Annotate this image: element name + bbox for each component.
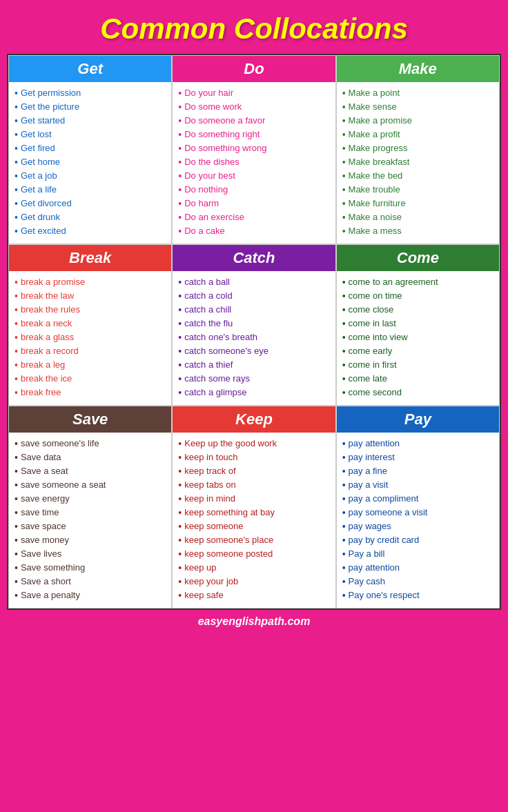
item-text: Get a job xyxy=(21,170,57,181)
section-body-pay: •pay attention•pay interest•pay a fine•p… xyxy=(337,433,499,608)
item-text: Do an exercise xyxy=(184,212,244,222)
item-text: pay attention xyxy=(349,438,400,448)
list-item: •Do a cake xyxy=(178,224,332,238)
section-save: Save•save someone's life•Save data•Save … xyxy=(8,406,172,608)
bullet-icon: • xyxy=(14,277,18,288)
item-text: Get excited xyxy=(21,226,66,236)
list-item: •Save something xyxy=(14,561,168,575)
list-item: •Save a seat xyxy=(14,464,168,478)
item-text: Make progress xyxy=(349,143,408,153)
bullet-icon: • xyxy=(14,290,18,301)
item-text: Do someone a favor xyxy=(184,115,265,126)
item-text: Do the dishes xyxy=(184,157,240,167)
item-text: Save a penalty xyxy=(21,590,80,600)
bullet-icon: • xyxy=(342,493,346,504)
bullet-icon: • xyxy=(178,576,182,587)
item-text: Make a point xyxy=(349,88,400,98)
list-item: •save energy xyxy=(14,492,168,506)
list-item: •break a glass xyxy=(14,330,168,344)
list-item: •catch a chill xyxy=(178,303,332,317)
bullet-icon: • xyxy=(14,373,18,384)
item-text: save someone's life xyxy=(21,438,99,448)
bullet-icon: • xyxy=(14,88,18,99)
bullet-icon: • xyxy=(178,101,182,112)
item-text: Make sense xyxy=(349,101,397,112)
list-item: •Do harm xyxy=(178,197,332,210)
bullet-icon: • xyxy=(14,359,18,370)
list-item: •Save lives xyxy=(14,547,168,561)
item-text: keep your job xyxy=(184,576,238,586)
list-item: •break the law xyxy=(14,289,168,303)
list-item: •pay a visit xyxy=(342,478,496,492)
item-text: Keep up the good work xyxy=(184,438,277,448)
item-text: come in first xyxy=(349,359,397,370)
item-text: pay a fine xyxy=(349,466,387,476)
list-item: •keep someone's place xyxy=(178,533,332,547)
item-text: Do something wrong xyxy=(184,143,266,153)
bullet-icon: • xyxy=(178,387,182,398)
item-text: Save data xyxy=(21,452,61,462)
list-item: •Get excited xyxy=(14,224,168,238)
list-item: •pay attention xyxy=(342,437,496,450)
list-item: •pay attention xyxy=(342,561,496,575)
section-body-make: •Make a point•Make sense•Make a promise•… xyxy=(337,82,499,244)
bullet-icon: • xyxy=(14,157,18,168)
list-item: •Save a short xyxy=(14,575,168,588)
bullet-icon: • xyxy=(342,115,346,126)
section-keep: Keep•Keep up the good work•keep in touch… xyxy=(172,406,335,608)
item-text: Save lives xyxy=(21,548,61,559)
bullet-icon: • xyxy=(178,521,182,532)
bullet-icon: • xyxy=(342,184,346,195)
bullet-icon: • xyxy=(178,277,182,288)
item-text: Do nothing xyxy=(184,184,228,195)
section-body-catch: •catch a ball•catch a cold•catch a chill… xyxy=(173,271,335,405)
bullet-icon: • xyxy=(14,115,18,126)
section-body-come: •come to an agreement•come on time•come … xyxy=(337,271,499,405)
list-item: •Do your best xyxy=(178,169,332,183)
item-text: save time xyxy=(21,507,59,517)
item-text: break a leg xyxy=(21,359,65,370)
bullet-icon: • xyxy=(342,170,346,181)
item-text: break the law xyxy=(21,290,74,301)
item-text: Do your best xyxy=(184,170,235,181)
item-text: break free xyxy=(21,387,61,397)
section-header-break: Break xyxy=(9,245,171,271)
list-item: •Do someone a favor xyxy=(178,114,332,128)
bullet-icon: • xyxy=(178,143,182,154)
section-header-get: Get xyxy=(9,56,171,82)
list-item: •keep up xyxy=(178,561,332,575)
item-text: Get a life xyxy=(21,184,57,195)
bullet-icon: • xyxy=(14,590,18,601)
item-text: Save something xyxy=(21,562,85,573)
list-item: •Get a job xyxy=(14,169,168,183)
bullet-icon: • xyxy=(14,143,18,154)
bullet-icon: • xyxy=(342,318,346,329)
list-item: •Get divorced xyxy=(14,197,168,210)
item-text: save energy xyxy=(21,493,70,504)
item-text: keep someone xyxy=(184,521,243,531)
list-item: •Make furniture xyxy=(342,197,496,210)
bullet-icon: • xyxy=(342,521,346,532)
item-text: come close xyxy=(349,304,394,315)
list-item: •pay a compliment xyxy=(342,492,496,506)
item-text: Save a seat xyxy=(21,466,68,476)
item-text: Do a cake xyxy=(184,226,225,236)
bullet-icon: • xyxy=(342,157,346,168)
bullet-icon: • xyxy=(178,290,182,301)
list-item: •Do your hair xyxy=(178,86,332,100)
bullet-icon: • xyxy=(14,576,18,587)
bullet-icon: • xyxy=(342,590,346,601)
list-item: •Get drunk xyxy=(14,210,168,224)
item-text: Make a noise xyxy=(349,212,402,222)
bullet-icon: • xyxy=(342,198,346,209)
list-item: •come into view xyxy=(342,330,496,344)
list-item: •keep in mind xyxy=(178,492,332,506)
bullet-icon: • xyxy=(14,346,18,357)
item-text: Get the picture xyxy=(21,101,79,112)
item-text: break the ice xyxy=(21,373,72,384)
grid-container: Get•Get permission•Get the picture•Get s… xyxy=(7,54,501,610)
list-item: •catch some rays xyxy=(178,372,332,386)
list-item: •pay wages xyxy=(342,519,496,533)
bullet-icon: • xyxy=(14,184,18,195)
item-text: catch one's breath xyxy=(184,332,257,342)
